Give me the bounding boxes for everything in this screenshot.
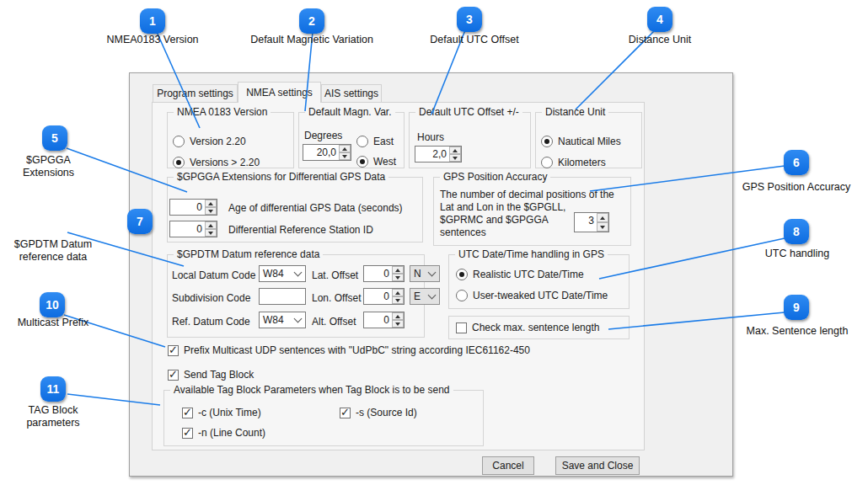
spin-down-button[interactable] [449,154,461,162]
ref-datum-code-combo[interactable]: W84 [259,312,306,328]
lat-offset-label: Lat. Offset [312,269,358,281]
spin-up-button[interactable] [597,213,608,222]
degrees-label: Degrees [304,130,342,141]
radio-user-tweaked-utc[interactable] [456,290,468,301]
checkbox-unix-time-label: -c (Unix Time) [198,407,261,418]
radio-version-220[interactable] [173,136,185,147]
checkbox-prefix-multicast-label: Prefix Multicast UDP sentences with "UdP… [184,344,530,356]
tab-nmea-settings[interactable]: NMEA settings [238,82,321,103]
save-and-close-button[interactable]: Save and Close [555,456,640,475]
callout-badge-3: 3 [457,7,482,32]
chevron-down-icon [428,291,437,300]
group-title: $GPGGA Extensions for Differential GPS D… [174,171,388,183]
settings-dialog: Program settings NMEA settings AIS setti… [129,72,733,477]
group-title: Default Magn. Var. [305,106,395,118]
checkbox-line-count[interactable] [182,428,193,439]
spin-up-button[interactable] [392,289,404,296]
reference-station-value: 0 [170,221,205,237]
spin-down-button[interactable] [597,222,608,232]
utc-offset-spinner[interactable]: 2,0 [415,146,462,163]
spin-up-button[interactable] [205,200,217,207]
lat-offset-value: 0 [364,266,392,281]
radio-nautical-miles[interactable] [541,136,553,147]
group-tag-block-parameters: Available Tag Block Parameters when Tag … [163,390,484,446]
spin-down-button[interactable] [205,229,217,237]
reference-station-spinner[interactable]: 0 [169,221,217,237]
callout-label-4: Distance Unit [592,34,727,46]
local-datum-code-combo[interactable]: W84 [259,265,306,282]
spin-up-button[interactable] [392,312,404,320]
radio-kilometers[interactable] [541,157,553,168]
tab-program-settings[interactable]: Program settings [153,84,238,102]
lat-direction-combo[interactable]: N [410,265,440,282]
callout-label-6: GPS Position Accuracy [724,181,868,194]
callout-badge-10: 10 [40,292,65,317]
spin-up-button[interactable] [449,147,461,154]
spin-down-button[interactable] [392,274,404,281]
callout-label-10: Multicast Prefix [2,317,104,329]
radio-east[interactable] [356,136,368,147]
lat-offset-spinner[interactable]: 0 [363,265,405,282]
alt-offset-spinner[interactable]: 0 [363,312,405,328]
cancel-button[interactable]: Cancel [482,456,534,475]
alt-offset-value: 0 [364,312,392,328]
radio-versions-gt-220-label: Versions > 2.20 [190,157,260,168]
radio-user-tweaked-utc-label: User-tweaked UTC Date/Time [473,290,608,301]
lat-direction-value: N [414,268,421,280]
callout-badge-4: 4 [647,7,672,32]
checkbox-source-id[interactable] [340,408,351,418]
group-utc-handling: UTC Date/Time handling in GPS Realistic … [448,254,630,309]
magnetic-variation-value: 20,0 [303,145,339,160]
group-gps-position-accuracy: GPS Position Accuracy The number of deci… [433,177,631,246]
alt-offset-label: Alt. Offset [312,316,356,328]
radio-kilometers-label: Kilometers [558,157,606,168]
tab-ais-settings[interactable]: AIS settings [321,84,382,102]
spin-up-button[interactable] [339,145,351,152]
group-title: GPS Position Accuracy [440,171,550,183]
spin-down-button[interactable] [339,152,351,160]
hours-label: Hours [417,131,444,143]
age-differential-spinner[interactable]: 0 [169,199,217,216]
spin-up-button[interactable] [205,221,217,229]
radio-realistic-utc[interactable] [456,269,468,280]
lon-offset-label: Lon. Offset [312,292,361,304]
chevron-down-icon [294,269,303,277]
checkbox-line-count-label: -n (Line Count) [198,427,265,439]
radio-versions-gt-220[interactable] [173,157,185,168]
spin-down-button[interactable] [392,296,404,304]
magnetic-variation-spinner[interactable]: 20,0 [303,144,351,161]
ref-datum-code-label: Ref. Datum Code [172,316,250,328]
lon-direction-combo[interactable]: E [410,288,440,305]
decimal-positions-value: 3 [575,213,597,232]
subdivision-code-input[interactable] [259,288,306,305]
spin-down-button[interactable] [392,320,404,328]
reference-station-label: Differential Reference Station ID [228,224,373,236]
lon-offset-spinner[interactable]: 0 [363,288,405,305]
callout-badge-7: 7 [127,209,153,234]
decimal-positions-spinner[interactable]: 3 [574,212,609,232]
callout-label-1: NMEA0183 Version [85,34,220,46]
subdivision-code-label: Subdivision Code [172,292,250,304]
callout-badge-5: 5 [42,125,67,151]
callout-badge-2: 2 [299,8,324,34]
spin-up-button[interactable] [392,266,404,274]
spin-down-button[interactable] [205,207,217,215]
callout-label-11: TAG Block parameters [2,404,104,429]
age-differential-value: 0 [170,200,205,215]
send-tag-block-row: Send Tag Block [168,369,254,381]
callout-label-5: $GPGGA Extensions [4,154,93,179]
radio-west[interactable] [356,156,368,168]
checkbox-send-tag-block[interactable] [168,370,179,381]
checkbox-unix-time[interactable] [182,408,193,418]
group-title: NMEA 0183 Version [174,106,271,118]
callout-badge-11: 11 [40,376,66,402]
checkbox-max-sentence-length-label: Check max. sentence length [472,322,599,333]
radio-nautical-miles-label: Nautical Miles [558,136,621,147]
group-nmea-version: NMEA 0183 Version Version 2.20 Versions … [167,112,294,168]
checkbox-source-id-label: -s (Source Id) [356,407,417,418]
callout-label-2: Default Magnetic Variation [228,34,396,46]
group-gpgga-extensions: $GPGGA Extensions for Differential GPS D… [167,177,423,242]
checkbox-prefix-multicast[interactable] [168,345,179,356]
callout-badge-8: 8 [784,219,809,244]
checkbox-max-sentence-length[interactable] [456,322,467,333]
